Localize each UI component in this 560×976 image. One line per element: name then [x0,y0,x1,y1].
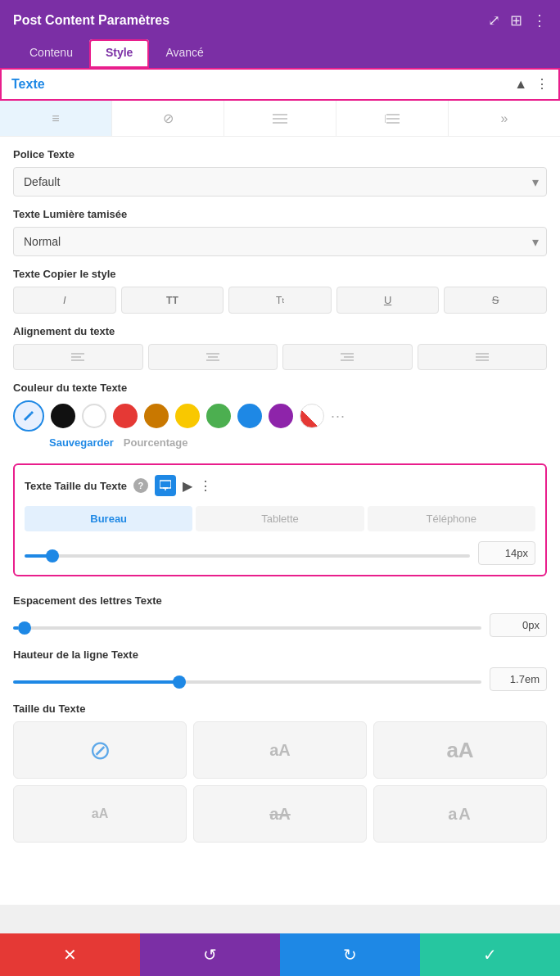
color-actions: Sauvegarder Pourcentage [13,432,547,457]
espacement-slider-row [13,613,547,637]
hauteur-slider-container [13,672,481,687]
tab-bar: Contenu Style Avancé [13,39,547,68]
align-right-btn[interactable] [282,344,413,370]
device-tab-telephone[interactable]: Téléphone [368,506,535,531]
section-header: Texte ▲ ⋮ [0,68,560,101]
copy-style-buttons: I TT Tt U S [13,287,547,314]
more-vert-icon[interactable]: ⋮ [532,11,547,29]
size-option-aa-large[interactable]: aA [373,721,547,779]
hauteur-ligne-label: Hauteur de la ligne Texte [13,637,547,667]
footer-bar: ✕ ↺ ↻ ✓ [0,933,560,976]
color-orange[interactable] [144,404,169,428]
text-format-icons-row: ≡ ⊘ » [0,101,560,137]
color-more-icon[interactable]: ··· [331,408,345,425]
size-option-aa-strikethrough[interactable]: aA [193,785,367,843]
espacement-lettres-label: Espacement des lettres Texte [13,583,547,613]
format-icon-2[interactable]: ⊘ [112,101,224,136]
color-palette: ··· [13,400,547,432]
color-purple[interactable] [269,404,293,428]
cursor-icon[interactable]: ▶ [183,478,192,494]
taille-value-input[interactable]: 14px [478,541,535,565]
color-white[interactable] [82,404,106,428]
format-icon-4[interactable] [336,101,449,136]
style-underline-btn[interactable]: U [336,287,440,314]
header-top: Post Content Paramètres ⤢ ⊞ ⋮ [13,11,547,29]
color-yellow[interactable] [175,404,200,428]
section-controls: ▲ ⋮ [514,76,549,92]
size-option-aa-normal[interactable]: aA [193,721,367,779]
texte-taille-label: Texte Taille du Texte [25,480,127,492]
columns-icon[interactable]: ⊞ [510,11,522,29]
alignment-buttons [13,344,547,370]
size-option-aa-small[interactable]: aA [13,785,187,843]
taille-slider[interactable] [25,554,470,558]
help-icon[interactable]: ? [133,478,148,493]
tab-style[interactable]: Style [89,39,149,68]
couleur-texte-label: Couleur du texte Texte [13,370,547,400]
hauteur-slider[interactable] [13,680,481,684]
device-tab-tablette[interactable]: Tablette [196,506,364,531]
page-title: Post Content Paramètres [13,13,169,28]
header-icons: ⤢ ⊞ ⋮ [488,11,547,29]
texte-copier-style-label: Texte Copier le style [13,256,547,287]
blocked-icon: ⊘ [89,734,111,766]
tab-avance[interactable]: Avancé [149,39,219,68]
style-strikethrough-btn[interactable]: S [444,287,547,314]
save-color-btn[interactable]: Sauvegarder [49,436,114,449]
confirm-button[interactable]: ✓ [420,933,560,976]
color-red[interactable] [113,404,138,428]
texte-taille-header: Texte Taille du Texte ? ▶ ⋮ [25,475,535,496]
color-blue[interactable] [237,404,262,428]
svg-rect-19 [160,481,171,488]
size-options-grid: ⊘ aA aA aA aA aA [13,721,547,843]
size-aa-strikethrough-text: aA [269,805,291,824]
style-uppercase-btn[interactable]: TT [121,287,224,314]
police-texte-select[interactable]: Default [13,167,547,197]
alignement-texte-label: Alignement du texte [13,314,547,344]
section-options-icon[interactable]: ⋮ [535,76,549,92]
color-black[interactable] [51,404,75,428]
options-dots-icon[interactable]: ⋮ [199,478,212,494]
device-tab-bureau[interactable]: Bureau [25,506,192,531]
chevron-up-icon[interactable]: ▲ [514,77,527,92]
device-tabs: Bureau Tablette Téléphone [25,506,535,531]
taille-slider-row: 14px [25,541,535,565]
texte-lumiere-field[interactable]: Normal ▾ [13,227,547,256]
texte-lumiere-label: Texte Lumière tamisée [13,197,547,227]
espacement-slider[interactable] [13,626,481,630]
align-justify-btn[interactable] [418,344,548,370]
undo-button[interactable]: ↺ [140,933,280,976]
content-area: Police Texte Default ▾ Texte Lumière tam… [0,137,560,905]
align-left-btn[interactable] [13,344,143,370]
taille-slider-container [25,546,470,561]
desktop-device-icon[interactable] [155,475,176,496]
hauteur-value-input[interactable] [490,667,547,691]
espacement-value-input[interactable] [490,613,547,637]
size-aa-caps-text: aA [448,805,472,824]
size-option-aa-caps[interactable]: aA [373,785,547,843]
texte-taille-section: Texte Taille du Texte ? ▶ ⋮ Bureau Table… [13,463,547,576]
align-center-btn[interactable] [148,344,278,370]
format-icon-1[interactable]: ≡ [0,101,112,136]
style-capitalize-btn[interactable]: Tt [228,287,332,314]
size-aa-large-text: aA [446,738,473,763]
expand-icon[interactable]: ⤢ [488,11,500,29]
size-aa-small-text: aA [92,807,108,821]
header: Post Content Paramètres ⤢ ⊞ ⋮ Contenu St… [0,0,560,68]
cancel-button[interactable]: ✕ [0,933,140,976]
color-edit-button[interactable] [13,400,44,432]
hauteur-slider-row [13,667,547,691]
tab-contenu[interactable]: Contenu [13,39,89,68]
format-icon-3[interactable] [224,101,336,136]
texte-lumiere-select[interactable]: Normal [13,227,547,256]
color-green[interactable] [206,404,231,428]
color-none[interactable] [300,404,324,428]
format-icon-5[interactable]: » [449,101,560,136]
size-option-blocked[interactable]: ⊘ [13,721,187,779]
redo-button[interactable]: ↻ [280,933,420,976]
style-italic-btn[interactable]: I [13,287,116,314]
percentage-btn[interactable]: Pourcentage [124,436,188,449]
size-aa-normal-text: aA [269,741,291,760]
police-texte-field[interactable]: Default ▾ [13,167,547,197]
taille-texte-label: Taille du Texte [13,691,547,721]
